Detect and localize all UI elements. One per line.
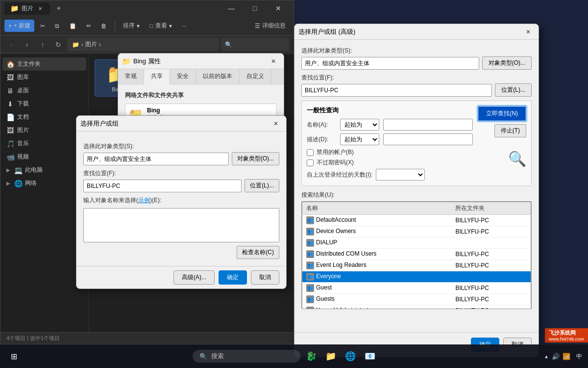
- copy-btn[interactable]: ⧉: [51, 21, 63, 31]
- object-name-textarea[interactable]: [83, 208, 279, 242]
- col-name[interactable]: 名称: [302, 202, 452, 215]
- bing-close-btn[interactable]: ✕: [267, 55, 280, 68]
- sidebar-item-music[interactable]: 🎵 音乐: [2, 137, 86, 150]
- table-row[interactable]: 👥Everyone: [302, 271, 531, 283]
- group-icon: 👥: [306, 262, 314, 269]
- table-row[interactable]: 👥Device Owners BILLYFU-PC: [302, 226, 531, 237]
- table-row[interactable]: 👥Distributed COM Users BILLYFU-PC: [302, 249, 531, 260]
- object-type-btn[interactable]: 对象类型(O)...: [232, 152, 279, 165]
- taskbar-icon-edge[interactable]: 🌐: [342, 347, 359, 365]
- disabled-account-checkbox[interactable]: [307, 149, 314, 156]
- adv-location-label: 查找位置(F):: [301, 74, 532, 82]
- desc-query-select[interactable]: 起始为: [340, 133, 379, 145]
- delete-btn[interactable]: 🗑: [97, 21, 111, 31]
- sidebar-item-pictures[interactable]: 🖼 图片: [2, 124, 86, 137]
- up-btn[interactable]: ↑: [36, 38, 49, 52]
- table-row[interactable]: 👥DIALUP: [302, 237, 531, 249]
- close-btn[interactable]: ✕: [267, 0, 290, 16]
- cut-btn[interactable]: ✂: [36, 21, 49, 31]
- window-controls: — □ ✕: [220, 0, 290, 16]
- more-btn[interactable]: ···: [178, 21, 191, 31]
- location-input[interactable]: [83, 180, 242, 192]
- sidebar-item-documents[interactable]: 📄 文档: [2, 110, 86, 124]
- expand-icon-network: ▶: [6, 181, 10, 186]
- taskbar-icon-folder[interactable]: 📁: [322, 347, 340, 365]
- tray-arrow-icon[interactable]: ▲: [544, 354, 549, 359]
- example-link[interactable]: 示例: [138, 197, 150, 204]
- status-bar: 4个项目 | 选中1个项目: [0, 332, 294, 344]
- name-query-select[interactable]: 起始为: [340, 119, 379, 131]
- new-btn[interactable]: + + 新建: [4, 20, 34, 32]
- select-user-ok-btn[interactable]: 确定: [219, 270, 247, 285]
- back-btn[interactable]: ‹: [4, 38, 18, 52]
- forward-btn[interactable]: ›: [20, 38, 34, 52]
- advanced-close-btn[interactable]: ✕: [522, 26, 535, 38]
- stop-btn[interactable]: 停止(T): [494, 124, 526, 137]
- adv-location-btn[interactable]: 位置(L)...: [495, 83, 532, 97]
- sidebar-item-downloads[interactable]: ⬇ 下载: [2, 97, 86, 110]
- adv-object-type-btn[interactable]: 对象类型(O)...: [482, 56, 532, 70]
- table-row[interactable]: 👥Event Log Readers BILLYFU-PC: [302, 260, 531, 271]
- location-btn[interactable]: 位置(L)...: [245, 179, 279, 192]
- general-query-section: 一般性查询 名称(A): 起始为 描述(D): 起始为: [301, 101, 532, 186]
- select-user-cancel-btn[interactable]: 取消: [251, 270, 279, 285]
- tab-previous-versions[interactable]: 以前的版本: [196, 69, 240, 84]
- search-box[interactable]: 🔍: [221, 38, 290, 52]
- results-table: 名称 所在文件夹 👥DefaultAccount BILLYFU-PC 👥Dev…: [302, 202, 531, 309]
- sort-btn[interactable]: 排序 ▾: [119, 20, 144, 32]
- address-path[interactable]: 📁 › 图片 ›: [67, 38, 219, 52]
- object-type-input[interactable]: [83, 153, 229, 165]
- table-row[interactable]: 👥Hyper-V Administrators BILLYFU-PC: [302, 305, 531, 310]
- tab-share[interactable]: 共享: [144, 69, 170, 84]
- sidebar-item-gallery[interactable]: 🖼 图库: [2, 71, 86, 84]
- sidebar-item-network[interactable]: ▶ 🌐 网络: [2, 177, 86, 190]
- start-btn[interactable]: ⊞: [4, 346, 24, 366]
- explorer-tab-pictures[interactable]: 📁 图片 ✕: [4, 2, 50, 15]
- paste-btn[interactable]: 📋: [65, 21, 80, 31]
- no-expire-pwd-checkbox[interactable]: [307, 159, 314, 166]
- select-user-close-btn[interactable]: ✕: [270, 117, 282, 130]
- sidebar-item-home[interactable]: 🏠 主文件夹: [2, 57, 86, 71]
- minimize-btn[interactable]: —: [220, 0, 243, 16]
- taskbar-icon-dragon[interactable]: 🐉: [302, 347, 320, 365]
- name-query-input[interactable]: [383, 119, 473, 131]
- sidebar-item-desktop[interactable]: 🖥 桌面: [2, 84, 86, 97]
- table-row[interactable]: 👥Guests BILLYFU-PC: [302, 294, 531, 305]
- tray-network-icon[interactable]: 📶: [563, 353, 570, 360]
- name-query-label: 名称(A):: [307, 121, 336, 129]
- find-now-btn[interactable]: 立即查找(N): [478, 106, 526, 121]
- table-row[interactable]: 👥DefaultAccount BILLYFU-PC: [302, 215, 531, 226]
- view-btn[interactable]: □ 查看 ▾: [146, 20, 175, 32]
- refresh-btn[interactable]: ↻: [51, 38, 65, 52]
- new-tab-btn[interactable]: +: [52, 1, 66, 15]
- videos-icon: 📹: [6, 153, 14, 161]
- adv-object-type-input[interactable]: [301, 57, 479, 70]
- check-name-btn[interactable]: 检查名称(C): [237, 246, 279, 259]
- desc-query-input[interactable]: [383, 133, 473, 145]
- taskbar-search[interactable]: 🔍 搜索: [193, 350, 300, 363]
- taskbar-icon-email[interactable]: 📧: [361, 347, 379, 365]
- details-btn[interactable]: ☰ 详细信息: [251, 20, 290, 32]
- days-row: 自上次登录经过的天数(I):: [307, 169, 473, 181]
- rename-btn[interactable]: ✏: [82, 21, 95, 31]
- adv-location-input[interactable]: [301, 84, 492, 97]
- tab-general[interactable]: 常规: [118, 69, 144, 84]
- select-user-controls: ✕: [270, 117, 282, 130]
- table-row[interactable]: 👥Guest BILLYFU-PC: [302, 283, 531, 294]
- result-name: 👥DefaultAccount: [302, 215, 452, 226]
- tab-security[interactable]: 安全: [170, 69, 196, 84]
- select-user-footer: 高级(A)... 确定 取消: [76, 266, 286, 289]
- path-icon: 📁: [72, 41, 79, 48]
- advanced-btn[interactable]: 高级(A)...: [173, 270, 215, 285]
- tab-close-btn[interactable]: ✕: [36, 4, 44, 12]
- days-select[interactable]: [376, 169, 425, 181]
- maximize-btn[interactable]: □: [244, 0, 266, 16]
- tab-customize[interactable]: 自定义: [240, 69, 271, 84]
- col-folder[interactable]: 所在文件夹: [451, 202, 531, 215]
- sidebar-item-thispc[interactable]: ▶ 💻 此电脑: [2, 163, 86, 177]
- tray-volume-icon[interactable]: 🔊: [552, 353, 560, 360]
- group-icon: 👥: [306, 273, 314, 281]
- results-scroll[interactable]: 名称 所在文件夹 👥DefaultAccount BILLYFU-PC 👥Dev…: [301, 201, 532, 309]
- gallery-icon: 🖼: [6, 74, 14, 81]
- sidebar-item-videos[interactable]: 📹 视频: [2, 150, 86, 163]
